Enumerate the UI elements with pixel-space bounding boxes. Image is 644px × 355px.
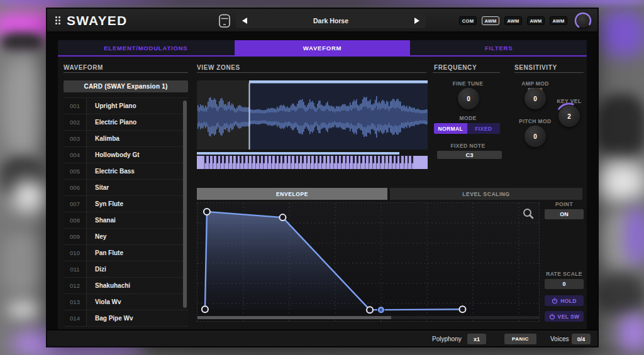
waveform-item-name: Electric Bass — [87, 163, 188, 179]
waveform-item-name: Hollowbody Gt — [87, 147, 188, 163]
cartridge-icon[interactable] — [218, 14, 231, 28]
top-button-awm[interactable]: AWM — [482, 16, 499, 25]
point-on-button[interactable]: ON — [545, 209, 584, 219]
hold-button-label: HOLD — [560, 298, 577, 304]
waveform-item[interactable]: 012Shakuhachi — [64, 278, 188, 294]
waveform-item-number: 013 — [64, 294, 87, 310]
polyphony-value[interactable]: x1 — [467, 334, 486, 344]
preset-selector[interactable]: Dark Horse — [236, 13, 426, 28]
vel-sw-button[interactable]: VEL SW — [545, 311, 584, 322]
waveform-item[interactable]: 007Syn Flute — [64, 196, 188, 212]
waveform-item[interactable]: 005Electric Bass — [64, 163, 188, 180]
mode-label: MODE — [433, 115, 503, 121]
waveform-item-name: Syn Flute — [87, 196, 188, 212]
tab-waveform[interactable]: WAVEFORM — [235, 40, 411, 55]
envelope-scrollbar-thumb[interactable] — [197, 316, 391, 319]
waveform-item[interactable]: 009Ney — [64, 229, 188, 245]
top-button-awm[interactable]: AWM — [504, 16, 522, 25]
amp-mod-sens-value: 0 — [533, 96, 537, 102]
envelope-curve: R — [197, 203, 539, 321]
background-blob — [619, 314, 644, 352]
envelope-point[interactable] — [459, 306, 465, 312]
fine-tune-label: FINE TUNE — [433, 80, 503, 87]
panic-button[interactable]: PANIC — [504, 334, 536, 344]
waveform-item-name: Shakuhachi — [87, 278, 188, 293]
envelope-point[interactable] — [204, 209, 210, 215]
pitch-mod-value: 0 — [533, 133, 537, 140]
tab-level-scaling[interactable]: LEVEL SCALING — [390, 188, 582, 200]
waveform-item[interactable]: 001Upright Piano — [64, 98, 188, 114]
keyboard-right-cap — [414, 156, 428, 169]
divider — [514, 72, 584, 73]
waveform-item-number: 004 — [64, 147, 87, 163]
sample-waveform-display[interactable] — [197, 80, 428, 150]
magnifier-icon[interactable] — [523, 208, 534, 219]
rate-scale-value[interactable]: 0 — [545, 279, 584, 289]
key-vel-value: 2 — [567, 113, 571, 120]
waveform-item[interactable]: 003Kalimba — [64, 131, 188, 147]
top-button-awm[interactable]: AWM — [527, 16, 545, 25]
pitch-mod-label: PITCH MOD — [513, 118, 557, 124]
card-button[interactable]: CARD (SWAY Expansion 1) — [64, 80, 188, 92]
waveform-item[interactable]: 013Viola Wv — [64, 294, 188, 310]
waveform-item[interactable]: 002Electric Piano — [64, 114, 188, 131]
waveform-item[interactable]: 011Dizi — [64, 261, 188, 278]
voices-label: Voices — [550, 330, 569, 347]
waveform-item[interactable]: 006Sitar — [64, 180, 188, 196]
preset-name[interactable]: Dark Horse — [313, 17, 348, 25]
pitch-mod-knob[interactable]: 0 — [525, 126, 546, 147]
zone-range-bar[interactable] — [197, 152, 399, 155]
envelope-point[interactable] — [279, 214, 286, 221]
envelope-point[interactable] — [202, 306, 208, 312]
background-blob — [13, 181, 48, 211]
waveform-item-number: 008 — [64, 212, 87, 228]
vel-sw-button-label: VEL SW — [558, 314, 580, 320]
zone-keyboard[interactable] — [197, 156, 428, 169]
envelope-point[interactable] — [367, 307, 373, 313]
frequency-section-title: FREQUENCY — [434, 64, 477, 71]
key-vel-label: KEY VEL — [550, 98, 588, 104]
preset-next-icon[interactable] — [414, 18, 419, 24]
waveform-item[interactable]: 008Shanai — [64, 212, 188, 229]
waveform-item-name: Kalimba — [87, 131, 188, 146]
menu-dots-icon[interactable] — [55, 16, 60, 25]
voices-value[interactable]: 0/4 — [572, 334, 591, 344]
waveform-item-name: Bag Pipe Wv — [87, 310, 188, 326]
key-vel-knob[interactable]: 2 — [558, 106, 580, 127]
master-knob[interactable] — [577, 14, 590, 28]
waveform-item[interactable]: 014Bag Pipe Wv — [64, 310, 188, 327]
plugin-window: SWAYED Dark Horse COMAWMAWMAWMAWM ELEMEN… — [47, 9, 597, 346]
envelope-graph[interactable]: R — [197, 202, 540, 322]
waveform-item-name: Viola Wv — [87, 294, 188, 310]
waveform-item[interactable]: 010Pan Flute — [64, 245, 188, 261]
main-tab-bar: ELEMENT/MODULATIONS WAVEFORM FILTERS — [58, 40, 587, 55]
top-button-com[interactable]: COM — [459, 16, 477, 25]
waveform-item-name: Upright Piano — [87, 98, 188, 114]
fine-tune-knob[interactable]: 0 — [458, 88, 479, 109]
tab-filters[interactable]: FILTERS — [411, 40, 587, 55]
top-button-awm[interactable]: AWM — [550, 16, 567, 25]
tab-element-modulations[interactable]: ELEMENT/MODULATIONS — [58, 40, 234, 55]
amp-mod-sens-knob[interactable]: 0 — [525, 88, 546, 109]
mode-option-normal[interactable]: NORMAL — [434, 123, 467, 134]
top-buttons: COMAWMAWMAWMAWM — [459, 16, 567, 25]
background-blob — [599, 10, 644, 57]
mode-option-fixed[interactable]: FIXED — [467, 123, 501, 134]
footer-bar: Polyphony x1 PANIC Voices 0/4 — [47, 329, 597, 346]
waveform-item[interactable]: 004Hollowbody Gt — [64, 147, 188, 163]
sensitivity-section-title: SENSITIVITY — [514, 64, 557, 71]
preset-prev-icon[interactable] — [242, 18, 247, 24]
waveform-item-name: Pan Flute — [87, 245, 188, 261]
waveform-item-name: Dizi — [87, 261, 188, 277]
point-label: POINT — [545, 201, 584, 207]
background-blob — [4, 57, 43, 157]
fixed-note-value[interactable]: C3 — [437, 151, 502, 159]
hold-button[interactable]: HOLD — [545, 295, 584, 306]
background-blob — [594, 162, 644, 201]
waveform-list-scrollbar[interactable] — [183, 101, 187, 308]
mode-toggle: NORMAL FIXED — [434, 123, 500, 134]
background-blob — [8, 302, 40, 318]
waveform-item-number: 012 — [64, 278, 87, 293]
waveform-item-name: Shanai — [87, 212, 188, 228]
tab-envelope[interactable]: ENVELOPE — [197, 188, 387, 200]
